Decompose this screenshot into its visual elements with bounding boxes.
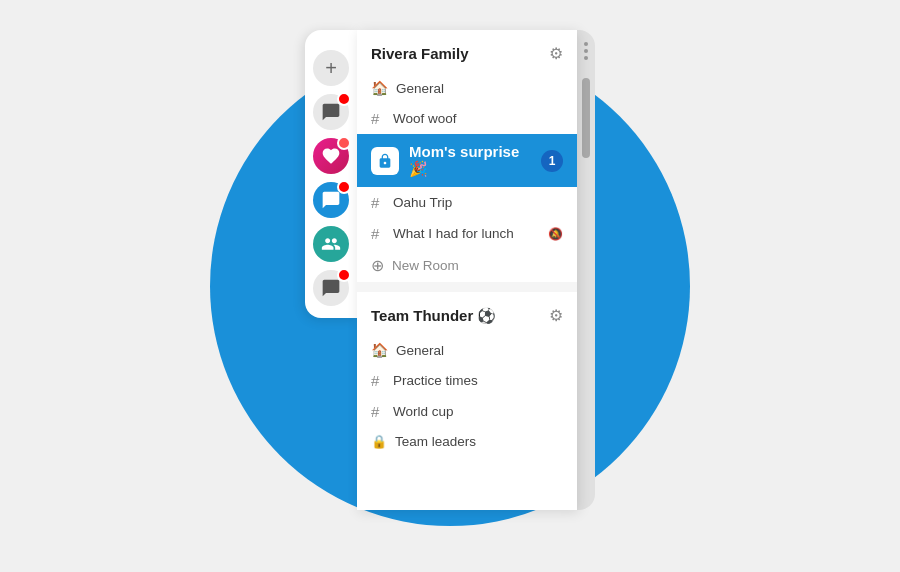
hash-icon-worldcup: # (371, 403, 385, 420)
message-button[interactable] (313, 270, 349, 306)
world-cup-label: World cup (393, 404, 454, 419)
plus-icon: + (325, 57, 337, 80)
what-i-had-label: What I had for lunch (393, 226, 514, 241)
scrollbar-dots (584, 42, 588, 60)
woof-woof-label: Woof woof (393, 111, 457, 126)
lock-icon-leaders: 🔒 (371, 434, 387, 449)
add-button[interactable]: + (313, 50, 349, 86)
rivera-family-title: Rivera Family (371, 45, 469, 62)
heart-badge (337, 136, 351, 150)
section-divider (357, 282, 577, 292)
world-cup-channel[interactable]: # World cup (357, 396, 577, 427)
new-room-button[interactable]: ⊕ New Room (357, 249, 577, 282)
lock-svg (377, 153, 393, 169)
message-badge (337, 268, 351, 282)
active-chat-button[interactable] (313, 182, 349, 218)
hash-icon-oahu: # (371, 194, 385, 211)
heart-button[interactable] (313, 138, 349, 174)
rivera-family-settings[interactable]: ⚙ (549, 44, 563, 63)
group-svg-icon (321, 234, 341, 254)
moms-surprise-channel[interactable]: Mom's surprise 🎉 1 (357, 134, 577, 187)
heart-svg-icon (321, 146, 341, 166)
chat-svg-icon (321, 102, 341, 122)
add-room-icon: ⊕ (371, 256, 384, 275)
oahu-trip-label: Oahu Trip (393, 195, 452, 210)
moms-surprise-badge: 1 (541, 150, 563, 172)
thunder-general-channel[interactable]: 🏠 General (357, 335, 577, 365)
notification-badge (337, 92, 351, 106)
team-thunder-title: Team Thunder ⚽ (371, 307, 496, 325)
hash-icon-practice: # (371, 372, 385, 389)
message-svg-icon (321, 278, 341, 298)
moms-surprise-label: Mom's surprise 🎉 (409, 143, 535, 178)
scrollbar-thumb[interactable] (582, 78, 590, 158)
rivera-family-header: Rivera Family ⚙ (357, 30, 577, 73)
phone-container: + (305, 30, 595, 510)
rivera-general-channel[interactable]: 🏠 General (357, 73, 577, 103)
woof-woof-channel[interactable]: # Woof woof (357, 103, 577, 134)
hash-icon-lunch: # (371, 225, 385, 242)
muted-bell-icon: 🔕 (548, 227, 563, 241)
dot-1 (584, 42, 588, 46)
scrollbar[interactable] (577, 30, 595, 510)
lock-icon-white (371, 147, 399, 175)
thunder-general-label: General (396, 343, 444, 358)
sidebar: + (305, 30, 357, 318)
rivera-general-label: General (396, 81, 444, 96)
group-button[interactable] (313, 226, 349, 262)
new-room-label: New Room (392, 258, 459, 273)
team-leaders-channel[interactable]: 🔒 Team leaders (357, 427, 577, 456)
chat-notification-icon[interactable] (313, 94, 349, 130)
team-thunder-settings[interactable]: ⚙ (549, 306, 563, 325)
scene: + (0, 0, 900, 572)
practice-times-channel[interactable]: # Practice times (357, 365, 577, 396)
hash-icon: # (371, 110, 385, 127)
team-leaders-label: Team leaders (395, 434, 476, 449)
home-icon-thunder: 🏠 (371, 342, 388, 358)
dot-3 (584, 56, 588, 60)
what-i-had-channel[interactable]: # What I had for lunch 🔕 (357, 218, 577, 249)
oahu-trip-channel[interactable]: # Oahu Trip (357, 187, 577, 218)
team-thunder-header: Team Thunder ⚽ ⚙ (357, 292, 577, 335)
home-icon: 🏠 (371, 80, 388, 96)
active-chat-badge (337, 180, 351, 194)
active-chat-svg (321, 190, 341, 210)
dot-2 (584, 49, 588, 53)
main-panel: Rivera Family ⚙ 🏠 General # Woof woof (357, 30, 577, 510)
practice-times-label: Practice times (393, 373, 478, 388)
